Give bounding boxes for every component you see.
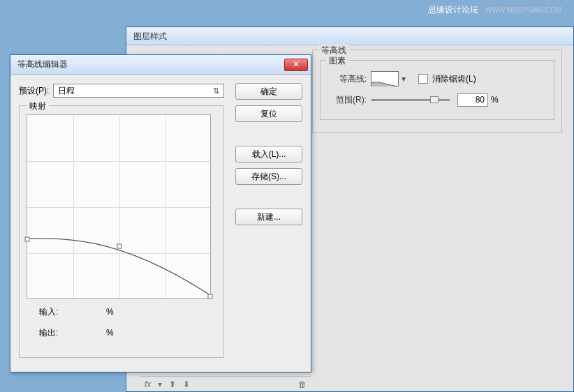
chevron-updown-icon: ⇅ <box>213 86 219 96</box>
range-input[interactable]: 80 <box>457 93 488 107</box>
mapping-label: 映射 <box>27 100 49 112</box>
input-unit: % <box>106 307 114 317</box>
editor-right-column: 确定 复位 载入(L)... 存储(S)... 新建... <box>235 83 302 231</box>
fx-label[interactable]: fx <box>145 379 151 389</box>
preset-row: 预设(P): 日程 ⇅ <box>19 83 224 98</box>
watermark: 思缘设计论坛 WWW.MISSYUAN.COM <box>428 4 561 16</box>
watermark-main: 思缘设计论坛 <box>428 5 478 15</box>
ok-button[interactable]: 确定 <box>235 83 302 100</box>
contour-editor-titlebar[interactable]: 等高线编辑器 ✕ <box>10 55 311 75</box>
contour-editor-dialog: 等高线编辑器 ✕ 预设(P): 日程 ⇅ 映射 <box>10 54 311 372</box>
reset-button[interactable]: 复位 <box>235 105 302 122</box>
element-fieldset: 图素 等高线: ▾ 消除锯齿(L) <box>320 60 554 120</box>
curve-anchor[interactable] <box>25 237 30 242</box>
trash-icon[interactable]: 🗑 <box>298 379 307 389</box>
input-row: 输入: % <box>27 304 216 319</box>
range-row: 范围(R): 80 % <box>328 91 547 108</box>
close-icon: ✕ <box>293 59 300 69</box>
range-slider[interactable] <box>371 99 450 101</box>
watermark-sub: WWW.MISSYUAN.COM <box>485 6 561 14</box>
load-button[interactable]: 载入(L)... <box>235 146 302 163</box>
mapping-fieldset: 映射 输入: % <box>19 105 224 358</box>
contour-fieldset: 等高线 图素 等高线: ▾ 消除锯齿(L) <box>312 50 562 133</box>
close-button[interactable]: ✕ <box>284 59 308 71</box>
curve-canvas[interactable] <box>27 114 211 299</box>
range-slider-thumb[interactable] <box>430 96 439 103</box>
contour-editor-body: 预设(P): 日程 ⇅ 映射 <box>10 75 311 372</box>
new-button[interactable]: 新建... <box>235 209 302 225</box>
curve-anchor[interactable] <box>208 294 213 299</box>
layer-style-titlebar[interactable]: 图层样式 <box>126 27 573 45</box>
preset-label: 预设(P): <box>19 85 49 97</box>
output-label: 输出: <box>39 327 68 339</box>
save-button[interactable]: 存储(S)... <box>235 168 302 185</box>
preset-dropdown[interactable]: 日程 ⇅ <box>53 84 224 98</box>
layer-style-footer: fx ▾ ⬆ ⬇ 🗑 <box>140 376 311 391</box>
contour-editor-title: 等高线编辑器 <box>17 59 284 70</box>
arrow-down-icon[interactable]: ⬇ <box>183 379 190 389</box>
contour-panel: 等高线 图素 等高线: ▾ 消除锯齿(L) <box>312 50 562 384</box>
layer-style-title: 图层样式 <box>133 31 167 41</box>
contour-row-label: 等高线: <box>328 73 371 85</box>
contour-select-row: 等高线: ▾ 消除锯齿(L) <box>328 70 547 87</box>
contour-thumbnail-dropdown-icon[interactable]: ▾ <box>399 74 409 84</box>
contour-thumbnail[interactable] <box>371 71 399 86</box>
range-unit: % <box>491 95 499 105</box>
antialias-label: 消除锯齿(L) <box>432 73 476 85</box>
editor-left-column: 预设(P): 日程 ⇅ 映射 <box>19 83 224 358</box>
preset-dropdown-value: 日程 <box>58 85 213 97</box>
input-label: 输入: <box>39 306 68 318</box>
range-label: 范围(R): <box>328 94 371 106</box>
element-fieldset-label: 图素 <box>326 55 348 67</box>
curve-anchor[interactable] <box>117 244 122 249</box>
output-row: 输出: % <box>27 325 216 340</box>
arrow-up-icon[interactable]: ⬆ <box>169 379 176 389</box>
output-unit: % <box>106 328 114 338</box>
footer-divider-icon: ▾ <box>158 379 162 389</box>
antialias-checkbox[interactable] <box>418 74 428 84</box>
